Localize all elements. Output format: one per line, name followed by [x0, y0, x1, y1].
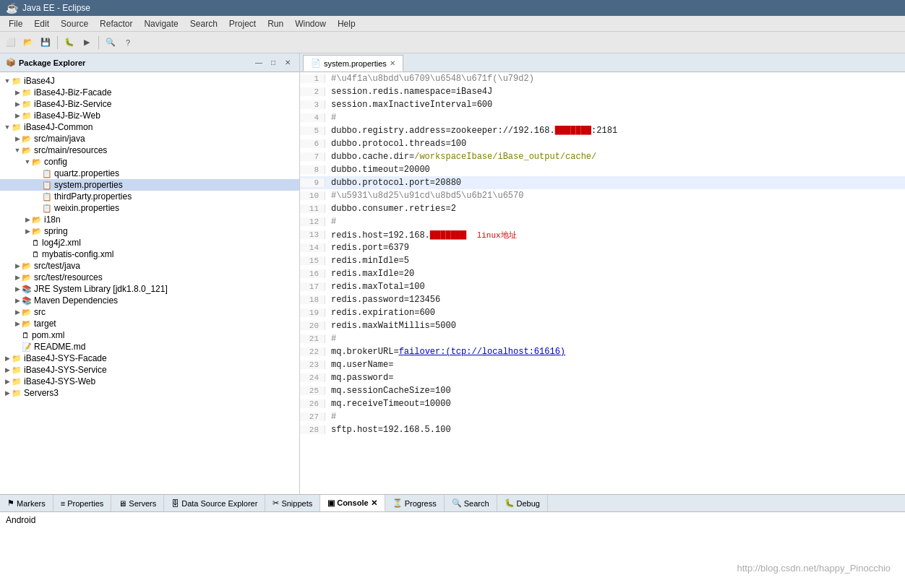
line-number: 20	[300, 321, 325, 330]
toolbar-search[interactable]: 🔍	[103, 35, 119, 51]
tree-item-README.md[interactable]: 📝README.md	[0, 341, 299, 353]
bottom-tab-snippets[interactable]: ✂Snippets	[265, 495, 320, 511]
tree-item-iBase4J-Common[interactable]: ▼📁iBase4J-Common	[0, 121, 299, 133]
tree-item-mybatis-config.xml[interactable]: 🗒mybatis-config.xml	[0, 248, 299, 260]
tree-item-iBase4J-SYS-Service[interactable]: ▶📁iBase4J-SYS-Service	[0, 364, 299, 376]
tree-item-weixin.properties[interactable]: 📋weixin.properties	[0, 202, 299, 214]
bottom-content: Android	[0, 512, 905, 588]
bottom-tab-debug[interactable]: 🐛Debug	[497, 495, 548, 511]
tree-item-label: Maven Dependencies	[34, 295, 118, 306]
tree-item-src[interactable]: ▶📂src	[0, 306, 299, 318]
code-editor[interactable]: 1#\u4f1a\u8bdd\u6709\u6548\u671f(\u79d2)…	[300, 72, 905, 494]
tree-toggle: ▶	[13, 135, 22, 142]
line-content: dubbo.protocol.threads=100	[325, 139, 466, 149]
bottom-tab-data-source[interactable]: 🗄Data Source Explorer	[164, 495, 265, 511]
tree-item-pom.xml[interactable]: 🗒pom.xml	[0, 329, 299, 341]
tree-item-Servers3[interactable]: ▶📁Servers3	[0, 387, 299, 399]
menu-item-source[interactable]: Source	[55, 17, 94, 30]
watermark: http://blog.csdn.net/happy_Pinocchio	[737, 563, 891, 574]
tree-item-system.properties[interactable]: 📋system.properties	[0, 179, 299, 191]
close-btn[interactable]: ✕	[282, 57, 293, 69]
tree-item-src-test-resources[interactable]: ▶📂src/test/resources	[0, 272, 299, 283]
menu-item-project[interactable]: Project	[223, 17, 262, 30]
menu-bar: FileEditSourceRefactorNavigateSearchProj…	[0, 16, 905, 32]
tree-item-target[interactable]: ▶📂target	[0, 318, 299, 329]
menu-item-navigate[interactable]: Navigate	[138, 17, 184, 30]
tree-item-iBase4J-Biz-Facade[interactable]: ▶📁iBase4J-Biz-Facade	[0, 87, 299, 98]
toolbar-debug[interactable]: 🐛	[61, 35, 77, 51]
tree-item-quartz.properties[interactable]: 📋quartz.properties	[0, 168, 299, 179]
line-content: #	[325, 217, 336, 227]
tree-item-src-main-resources[interactable]: ▼📂src/main/resources	[0, 144, 299, 156]
tree-file-icon: 📂	[22, 146, 32, 155]
tree-item-src-main-java[interactable]: ▶📂src/main/java	[0, 133, 299, 144]
code-line-13: 13redis.host=192.168.███████ linux地址	[300, 228, 905, 241]
tab-close-icon[interactable]: ✕	[390, 59, 395, 67]
tree-file-icon: 📁	[22, 100, 32, 109]
line-content: session.redis.namespace=iBase4J	[325, 87, 492, 97]
bottom-tab-search[interactable]: 🔍Search	[445, 495, 497, 511]
tree-file-icon: 🗒	[32, 250, 40, 259]
tab-icon: ≡	[61, 499, 65, 508]
tree-item-JRE System Library[interactable]: ▶📚JRE System Library [jdk1.8.0_121]	[0, 283, 299, 295]
bottom-tab-markers[interactable]: ⚑Markers	[0, 495, 53, 511]
tree-item-log4j2.xml[interactable]: 🗒log4j2.xml	[0, 237, 299, 248]
bottom-tab-console[interactable]: ▣Console ✕	[320, 495, 385, 511]
tree-item-src-test-java[interactable]: ▶📂src/test/java	[0, 260, 299, 272]
tree-item-thirdParty.properties[interactable]: 📋thirdParty.properties	[0, 191, 299, 202]
package-explorer: 📦 Package Explorer — □ ✕ ▼📁iBase4J▶📁iBas…	[0, 53, 300, 494]
tree-item-i18n[interactable]: ▶📂i18n	[0, 214, 299, 225]
tree-item-label: mybatis-config.xml	[42, 249, 113, 259]
line-content: dubbo.registry.address=zookeeper://192.1…	[325, 126, 617, 136]
panel-title: Package Explorer	[19, 59, 250, 67]
separator-2	[98, 36, 99, 49]
menu-item-file[interactable]: File	[3, 17, 28, 30]
bottom-tab-servers[interactable]: 🖥Servers	[111, 495, 164, 511]
tree-toggle: ▶	[13, 274, 22, 281]
toolbar-new[interactable]: ⬜	[3, 35, 19, 51]
tree-toggle: ▼	[13, 147, 22, 154]
menu-item-search[interactable]: Search	[184, 17, 223, 30]
code-line-24: 24mq.password=	[300, 371, 905, 384]
menu-item-window[interactable]: Window	[289, 17, 332, 30]
toolbar-open[interactable]: 📂	[20, 35, 36, 51]
tree-item-label: system.properties	[54, 180, 123, 190]
tree-toggle: ▶	[13, 320, 22, 327]
line-content: dubbo.consumer.retries=2	[325, 204, 456, 214]
tree-toggle: ▶	[3, 366, 12, 373]
maximize-btn[interactable]: □	[267, 57, 279, 69]
tab-label: Markers	[17, 499, 46, 508]
tree-item-config[interactable]: ▼📂config	[0, 156, 299, 168]
tab-icon: 🐛	[505, 498, 515, 508]
tree-item-label: thirdParty.properties	[54, 191, 132, 202]
tab-label: Servers	[129, 499, 156, 508]
menu-item-refactor[interactable]: Refactor	[94, 17, 138, 30]
bottom-panel: ⚑Markers≡Properties🖥Servers🗄Data Source …	[0, 494, 905, 588]
toolbar-save[interactable]: 💾	[38, 35, 53, 51]
tree-item-spring[interactable]: ▶📂spring	[0, 225, 299, 237]
editor-tab-system-properties[interactable]: 📄 system.properties ✕	[303, 55, 403, 72]
bottom-tab-properties[interactable]: ≡Properties	[53, 495, 112, 511]
bottom-tab-progress[interactable]: ⏳Progress	[385, 495, 445, 511]
toolbar-help[interactable]: ?	[120, 35, 136, 51]
tree-item-iBase4J[interactable]: ▼📁iBase4J	[0, 75, 299, 87]
tree-item-iBase4J-SYS-Web[interactable]: ▶📁iBase4J-SYS-Web	[0, 376, 299, 387]
tree-item-label: src/main/java	[34, 134, 85, 144]
toolbar-run[interactable]: ▶	[79, 35, 95, 51]
tree-item-iBase4J-Biz-Service[interactable]: ▶📁iBase4J-Biz-Service	[0, 98, 299, 110]
tree-toggle: ▼	[23, 158, 32, 165]
menu-item-edit[interactable]: Edit	[28, 17, 55, 30]
line-number: 27	[300, 412, 325, 421]
line-content: session.maxInactiveInterval=600	[325, 100, 492, 110]
minimize-btn[interactable]: —	[253, 57, 265, 69]
tree-file-icon: 📁	[22, 111, 32, 121]
menu-item-run[interactable]: Run	[262, 17, 289, 30]
code-line-14: 14redis.port=6379	[300, 241, 905, 254]
tree-item-Maven Dependencies[interactable]: ▶📚Maven Dependencies	[0, 295, 299, 306]
line-content: redis.maxIdle=20	[325, 269, 414, 279]
tree-item-label: README.md	[34, 342, 85, 352]
tree-item-label: iBase4J-Biz-Web	[34, 111, 100, 121]
menu-item-help[interactable]: Help	[332, 17, 361, 30]
tree-item-iBase4J-Biz-Web[interactable]: ▶📁iBase4J-Biz-Web	[0, 110, 299, 121]
tree-item-iBase4J-SYS-Facade[interactable]: ▶📁iBase4J-SYS-Facade	[0, 353, 299, 364]
